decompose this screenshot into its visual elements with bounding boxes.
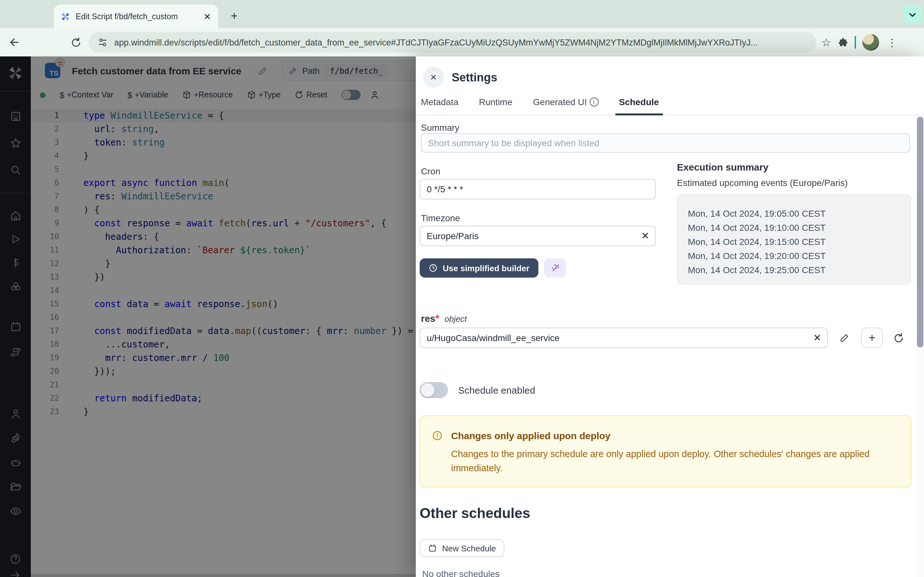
tab-title: Edit Script f/bd/fetch_custom [76, 12, 202, 21]
sidebar-item-workspace[interactable] [0, 105, 31, 127]
sidebar-item-workers[interactable] [0, 451, 31, 474]
forward-button[interactable] [36, 33, 54, 51]
windmill-favicon-icon [60, 11, 71, 21]
settings-tabs: Metadata Runtime Generated UIi Schedule [416, 90, 924, 115]
ai-generate-button[interactable] [544, 258, 566, 277]
add-type-button[interactable]: +Type [247, 90, 281, 99]
res-label-row: res*object [421, 313, 467, 324]
drawer-scrollbar[interactable] [916, 115, 924, 577]
code-lines[interactable]: 1type WindmillEeService = {2url: string,… [31, 105, 416, 419]
back-button[interactable] [5, 33, 23, 51]
code-line: 17const modifiedData = data.map((custome… [31, 324, 416, 338]
status-dot [40, 92, 45, 98]
sidebar-divider [0, 91, 31, 92]
resource-input[interactable] [420, 327, 828, 348]
schedule-enabled-label: Schedule enabled [458, 385, 535, 396]
add-resource-button-drawer[interactable]: + [861, 327, 883, 348]
sidebar-item-schedules[interactable] [0, 315, 31, 338]
cron-input[interactable] [420, 179, 656, 199]
menu-kebab-icon[interactable]: ⋮ [886, 36, 899, 48]
dollar-icon: $ [60, 90, 64, 100]
new-tab-icon[interactable]: + [226, 8, 242, 25]
windmill-logo-icon[interactable] [0, 61, 31, 85]
profile-separator [855, 36, 856, 49]
new-schedule-button[interactable]: New Schedule [420, 539, 504, 557]
code-line: 5 [31, 163, 416, 176]
tab-schedule[interactable]: Schedule [619, 89, 659, 115]
browser-tab[interactable]: Edit Script f/bd/fetch_custom ✕ [54, 5, 218, 28]
sidebar-item-user[interactable] [0, 402, 31, 425]
edit-resource-button[interactable] [836, 330, 853, 346]
summary-label: Summary [421, 122, 459, 133]
code-line: 19mrr: customer.mrr / 100 [31, 351, 416, 365]
code-line: 20})); [31, 365, 416, 378]
alert-circle-icon [432, 430, 443, 444]
code-line: 2url: string, [31, 122, 416, 136]
package-icon [247, 90, 256, 99]
use-simplified-builder-button[interactable]: Use simplified builder [420, 258, 538, 277]
timezone-input[interactable] [420, 226, 656, 246]
summary-input[interactable] [421, 133, 910, 153]
app-sidebar [0, 56, 31, 577]
sidebar-item-home[interactable] [0, 204, 31, 227]
site-settings-icon[interactable] [97, 37, 108, 47]
code-line: 16 [31, 311, 416, 324]
settings-drawer: × Settings Metadata Runtime Generated UI… [416, 56, 924, 577]
schedule-event: Mon, 14 Oct 2024, 19:20:00 CEST [688, 249, 900, 263]
sidebar-item-folders[interactable] [0, 475, 31, 498]
reset-button[interactable]: Reset [295, 90, 327, 99]
add-context-var-button[interactable]: $ +Context Var [60, 90, 113, 100]
close-drawer-button[interactable]: × [423, 67, 444, 88]
emoji-avatar-icon [55, 58, 65, 67]
magic-wand-icon [550, 263, 560, 273]
bookmark-star-icon[interactable]: ☆ [821, 35, 831, 49]
edit-title-icon[interactable] [258, 66, 268, 75]
refresh-resource-button[interactable] [890, 330, 907, 346]
clock-icon [429, 263, 438, 272]
sidebar-item-audit-logs[interactable] [0, 500, 31, 522]
sidebar-item-settings[interactable] [0, 426, 31, 450]
extensions-icon[interactable] [838, 37, 849, 48]
res-field-wrap: ✕ [420, 327, 828, 348]
sidebar-item-resources[interactable] [0, 275, 31, 298]
tab-metadata[interactable]: Metadata [421, 89, 459, 115]
plus-icon: + [869, 331, 875, 345]
sidebar-collapse-icon[interactable] [0, 567, 31, 577]
sidebar-item-variables[interactable] [0, 251, 31, 274]
sidebar-item-runs[interactable] [0, 227, 31, 251]
clear-timezone-icon[interactable]: ✕ [641, 230, 649, 242]
code-line: 9const response = await fetch(res.url + … [31, 217, 416, 230]
schedule-enabled-toggle[interactable] [420, 382, 448, 398]
add-variable-button[interactable]: $ +Variable [128, 90, 168, 100]
code-line: 1type WindmillEeService = { [31, 109, 416, 122]
reload-button[interactable] [67, 33, 85, 51]
warning-title: Changes only applied upon deploy [451, 430, 611, 441]
tab-search-button[interactable] [903, 5, 921, 24]
schedule-panel: Summary Cron Timezone ✕ [416, 115, 916, 577]
path-chip[interactable]: Path f/bd/fetch_ [282, 60, 416, 81]
script-editor: TS Fetch customer data from EE service P… [31, 56, 416, 577]
tab-generated-ui[interactable]: Generated UIi [533, 89, 598, 115]
code-line: 22return modifiedData; [31, 392, 416, 405]
sidebar-item-search[interactable] [0, 158, 31, 181]
pencil-icon [839, 333, 850, 343]
profile-avatar[interactable] [863, 34, 879, 51]
diff-toggle[interactable] [341, 90, 360, 100]
code-line: 23} [31, 405, 416, 419]
code-line: 7res: WindmillEeService [31, 190, 416, 203]
code-line: 14 [31, 284, 416, 298]
scrollbar-thumb[interactable] [917, 117, 923, 348]
path-value: f/bd/fetch_ [325, 64, 388, 77]
code-line: 6export async function main( [31, 176, 416, 190]
clear-resource-icon[interactable]: ✕ [813, 332, 821, 343]
calendar-icon [428, 544, 437, 553]
refresh-icon [295, 90, 304, 99]
add-resource-button[interactable]: +Resource [182, 90, 233, 99]
tab-runtime[interactable]: Runtime [479, 89, 512, 115]
code-line: 10headers: { [31, 230, 416, 243]
sidebar-item-help[interactable] [0, 551, 31, 567]
address-bar[interactable]: app.windmill.dev/scripts/edit/f/bd/fetch… [89, 32, 816, 53]
sidebar-item-favorites[interactable] [0, 131, 31, 155]
sidebar-item-routes[interactable] [0, 340, 31, 364]
tab-close-icon[interactable]: ✕ [202, 11, 213, 22]
